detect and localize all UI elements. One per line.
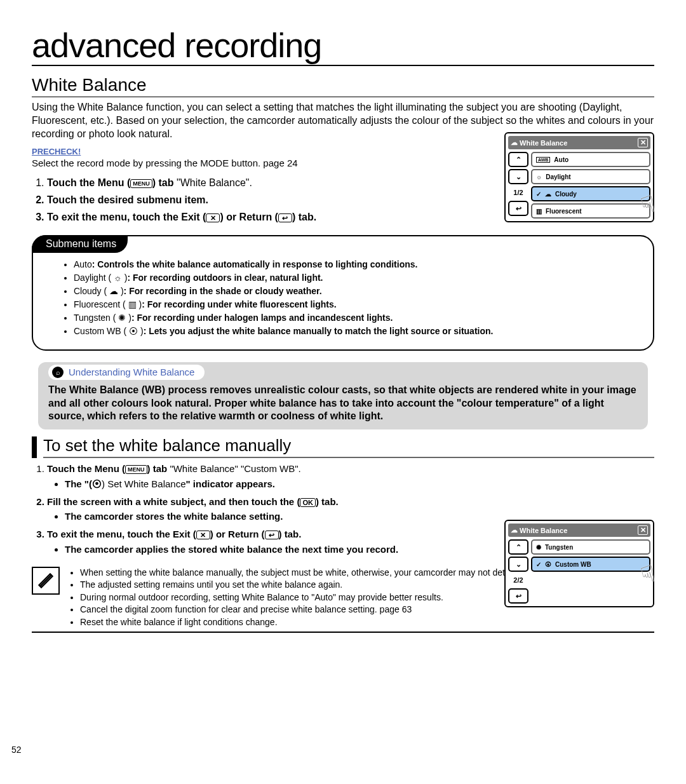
page-counter: 2/2: [508, 574, 528, 586]
wb-option-daylight: ☼Daylight: [531, 169, 650, 184]
understanding-pill: ⌕ Understanding White Balance: [48, 365, 205, 380]
return-button: ↩: [508, 201, 528, 216]
submenu-item: Tungsten ( ✺ ): For recording under halo…: [74, 311, 634, 325]
submenu-label: Submenu items: [32, 235, 128, 253]
wb-option-custom: ✓⦿Custom WB: [531, 557, 650, 572]
return-icon: ↩: [278, 213, 292, 222]
submenu-item: Custom WB ( ⦿ ): Lets you adjust the whi…: [74, 325, 634, 338]
cloud-icon: ☁: [511, 139, 518, 147]
manual-step-1: Touch the Menu (MENU) tab "White Balance…: [47, 462, 654, 491]
down-button: ⌄: [508, 557, 528, 572]
wb-option-tungsten: ✺Tungsten: [531, 539, 650, 555]
submenu-item: Auto: Controls the white balance automat…: [74, 258, 634, 271]
section-title: White Balance: [32, 75, 654, 97]
understanding-title: Understanding White Balance: [69, 367, 194, 377]
up-button: ⌃: [508, 539, 528, 555]
device-screenshot-1: ☁ White Balance ✕ ⌃ ⌄ 1/2 ↩ AWBAuto ☼Day…: [504, 132, 654, 222]
wb-option-cloudy: ✓☁Cloudy: [531, 186, 650, 201]
magnify-icon: ⌕: [52, 367, 64, 378]
submenu-box: Submenu items Auto: Controls the white b…: [32, 235, 654, 351]
close-icon: ✕: [638, 138, 648, 147]
understanding-box: ⌕ Understanding White Balance The White …: [38, 362, 648, 429]
return-button: ↩: [508, 588, 528, 604]
wb-option-fluorescent: ▥Fluorescent: [531, 203, 650, 219]
ok-icon: OK: [300, 498, 316, 507]
device-header: ☁ White Balance ✕: [508, 524, 650, 537]
page-counter: 1/2: [508, 186, 528, 199]
manual-title: To set the white balance manually: [43, 436, 654, 458]
submenu-item: Daylight ( ☼ ): For recording outdoors i…: [74, 271, 634, 285]
submenu-item: Cloudy ( ☁ ): For recording in the shade…: [74, 285, 634, 298]
up-button: ⌃: [508, 152, 528, 167]
cloud-icon: ☁: [511, 526, 518, 534]
device-header: ☁ White Balance ✕: [508, 136, 650, 149]
menu-chip-icon: MENU: [130, 179, 152, 188]
device-title: White Balance: [520, 139, 567, 147]
note-icon: [32, 567, 60, 595]
exit-icon: ✕: [196, 531, 210, 539]
down-button: ⌄: [508, 169, 528, 184]
submenu-list: Auto: Controls the white balance automat…: [62, 258, 634, 338]
page-title: advanced recording: [32, 25, 654, 66]
exit-icon: ✕: [206, 213, 220, 222]
wb-option-auto: AWBAuto: [531, 152, 650, 167]
note-item: Reset the white balance if light conditi…: [80, 616, 631, 629]
section-bar: [32, 436, 37, 458]
close-icon: ✕: [638, 525, 648, 535]
device-title: White Balance: [520, 527, 567, 534]
understanding-body: The White Balance (WB) process removes u…: [48, 384, 638, 423]
return-icon: ↩: [265, 531, 279, 539]
submenu-item: Fluorescent ( ▥ ): For recording under w…: [74, 298, 634, 311]
manual-sub: The "(⦿) Set White Balance" indicator ap…: [65, 477, 654, 491]
menu-chip-icon: MENU: [125, 465, 147, 474]
device-screenshot-2: ☁ White Balance ✕ ⌃ ⌄ 2/2 ↩ ✺Tungsten ✓⦿…: [504, 520, 654, 607]
